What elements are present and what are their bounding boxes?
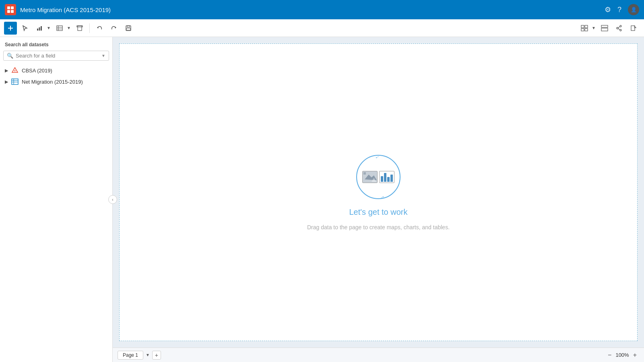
top-bar: Metro Migration (ACS 2015-2019) ⚙ ? 👤 (0, 0, 644, 19)
empty-state: ← → (307, 153, 450, 232)
layout1-button[interactable] (578, 22, 591, 35)
chart-bar-4 (390, 175, 393, 182)
chart-button-group: ▼ (33, 22, 52, 35)
right-toolbar: ▼ (578, 22, 640, 35)
empty-state-title: Let's get to work (349, 208, 407, 217)
dataset-item-net-migration[interactable]: ▶ Net Migration (2015-2019) (3, 76, 109, 87)
search-all-datasets-label: Search all datasets (3, 42, 109, 47)
redo-button[interactable] (107, 22, 120, 35)
page-dropdown-arrow[interactable]: ▼ (145, 352, 151, 358)
zoom-level: 100% (615, 352, 629, 358)
search-input[interactable] (16, 53, 101, 59)
svg-rect-15 (78, 26, 82, 31)
zoom-out-button[interactable]: − (605, 351, 614, 360)
svg-rect-22 (585, 25, 588, 28)
share-button[interactable] (613, 22, 625, 35)
select-button[interactable] (19, 22, 31, 35)
chart-bar-2 (384, 173, 386, 182)
chart-bar-3 (387, 177, 390, 182)
chart-button[interactable] (33, 22, 46, 35)
app-logo (5, 4, 16, 15)
page-canvas: ← → (119, 43, 638, 341)
canvas-area: ← → (113, 37, 644, 362)
layout1-button-group: ▼ (578, 22, 597, 35)
dataset-item-cbsa[interactable]: ▶ CBSA (2019) (3, 65, 109, 76)
topbar-right: ⚙ ? 👤 (605, 4, 639, 15)
svg-point-28 (617, 27, 618, 29)
sidebar: Search all datasets 🔍 ▼ ▶ CBSA (2019) ▶ (0, 37, 113, 362)
chart-dropdown-arrow[interactable]: ▼ (46, 25, 52, 31)
table-dropdown-arrow[interactable]: ▼ (66, 25, 72, 31)
svg-rect-24 (585, 29, 588, 31)
svg-marker-33 (12, 68, 18, 72)
export-button[interactable] (627, 22, 640, 35)
search-field[interactable]: 🔍 ▼ (3, 51, 109, 61)
page-label[interactable]: Page 1 (118, 351, 143, 360)
svg-rect-41 (363, 172, 366, 175)
toolbar: ▼ ▼ (0, 19, 644, 37)
svg-point-34 (14, 70, 16, 72)
table-button-group: ▼ (53, 22, 72, 35)
svg-point-27 (620, 25, 621, 27)
add-page-button[interactable]: + (152, 351, 161, 360)
svg-marker-16 (97, 27, 99, 29)
svg-point-29 (620, 29, 621, 31)
toolbar-separator-1 (89, 23, 90, 33)
chart-bar-1 (381, 176, 383, 182)
cbsa-expand-arrow[interactable]: ▶ (5, 68, 8, 73)
svg-rect-2 (7, 10, 10, 13)
table-button[interactable] (53, 22, 66, 35)
net-migration-icon (11, 78, 19, 85)
settings-icon[interactable]: ⚙ (605, 5, 611, 14)
svg-rect-1 (11, 6, 14, 9)
zoom-in-button[interactable]: + (631, 351, 639, 360)
layout2-button[interactable] (598, 22, 611, 35)
svg-rect-21 (581, 25, 584, 28)
empty-state-subtitle: Drag data to the page to create maps, ch… (307, 223, 450, 232)
svg-marker-6 (23, 26, 27, 31)
icon-pair (362, 171, 394, 183)
main-layout: Search all datasets 🔍 ▼ ▶ CBSA (2019) ▶ (0, 37, 644, 362)
svg-rect-35 (12, 79, 18, 84)
text-button[interactable] (73, 22, 86, 35)
search-icon: 🔍 (7, 53, 13, 59)
cbsa-icon (11, 67, 19, 74)
cbsa-label: CBSA (2019) (22, 68, 52, 74)
user-avatar[interactable]: 👤 (628, 4, 639, 15)
svg-rect-0 (7, 6, 10, 9)
add-button[interactable] (4, 22, 17, 35)
net-migration-label: Net Migration (2015-2019) (22, 79, 83, 85)
net-migration-expand-arrow[interactable]: ▶ (5, 79, 8, 84)
svg-rect-7 (37, 29, 38, 31)
svg-line-31 (618, 29, 620, 30)
help-icon[interactable]: ? (617, 6, 621, 14)
app-title: Metro Migration (ACS 2015-2019) (20, 6, 601, 13)
empty-illustration: ← → (354, 153, 402, 201)
svg-rect-26 (601, 28, 608, 31)
svg-rect-23 (581, 29, 584, 31)
svg-rect-20 (126, 28, 130, 30)
sidebar-collapse-button[interactable]: ‹ (108, 195, 117, 204)
svg-rect-32 (631, 26, 635, 31)
svg-rect-25 (601, 25, 608, 27)
search-dropdown-arrow[interactable]: ▼ (101, 53, 105, 58)
bottom-bar: Page 1 ▼ + − 100% + (113, 348, 644, 362)
svg-rect-8 (39, 27, 40, 31)
svg-line-30 (618, 27, 620, 28)
svg-rect-9 (41, 26, 42, 31)
svg-rect-10 (57, 26, 62, 31)
mini-map-icon (362, 171, 378, 183)
svg-rect-3 (11, 10, 14, 13)
layout1-dropdown-arrow[interactable]: ▼ (591, 25, 597, 31)
undo-button[interactable] (93, 22, 106, 35)
svg-marker-17 (115, 27, 116, 29)
mini-chart-icon (379, 171, 394, 183)
sidebar-content: Search all datasets 🔍 ▼ ▶ CBSA (2019) ▶ (0, 37, 112, 362)
save-button[interactable] (122, 22, 135, 35)
